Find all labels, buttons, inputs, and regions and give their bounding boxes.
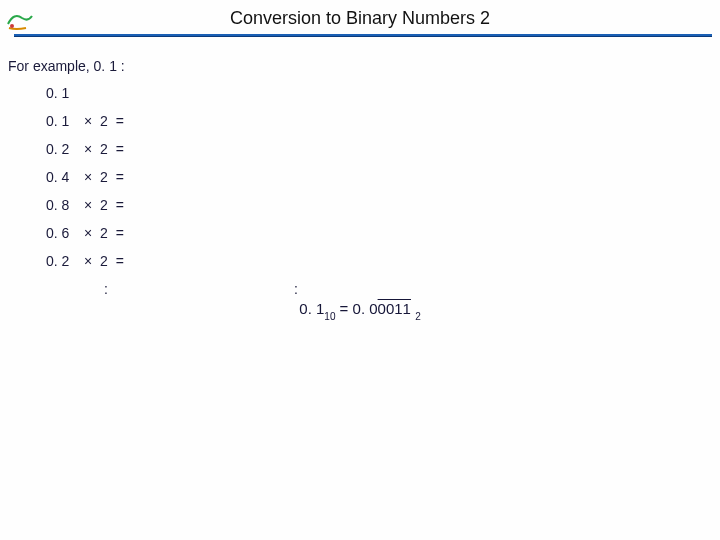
step-value: 0. 1 xyxy=(46,86,74,100)
step-lhs: 0. 4 xyxy=(46,170,74,184)
step-row: 0. 2 × 2 = xyxy=(46,254,298,268)
step-eq: = xyxy=(112,254,124,268)
step-row: 0. 8 × 2 = xyxy=(46,198,298,212)
title-underline xyxy=(14,34,712,37)
step-row: 0. 1 × 2 = xyxy=(46,114,298,128)
step-mult: 2 xyxy=(100,170,108,184)
step-op: × xyxy=(78,254,96,268)
result-lhs: 0. 1 xyxy=(299,300,324,317)
step-op: × xyxy=(78,114,96,128)
step-lhs: 0. 6 xyxy=(46,226,74,240)
step-eq: = xyxy=(112,170,124,184)
step-mult: 2 xyxy=(100,226,108,240)
ellipsis-left: : xyxy=(46,282,108,296)
step-mult: 2 xyxy=(100,142,108,156)
step-op: × xyxy=(78,142,96,156)
step-op: × xyxy=(78,226,96,240)
conversion-steps: 0. 1 0. 1 × 2 = 0. 2 × 2 = 0. 4 × 2 = 0.… xyxy=(46,86,298,310)
result-rhs-repeat: 0011 xyxy=(378,300,411,317)
step-mult: 2 xyxy=(100,198,108,212)
initial-value: 0. 1 xyxy=(46,86,298,100)
result-eq: = xyxy=(335,300,352,317)
ellipsis-row: : : xyxy=(46,282,298,296)
slide-title: Conversion to Binary Numbers 2 xyxy=(0,8,720,29)
step-op: × xyxy=(78,198,96,212)
result-lhs-base: 10 xyxy=(324,311,335,322)
step-lhs: 0. 2 xyxy=(46,254,74,268)
step-row: 0. 4 × 2 = xyxy=(46,170,298,184)
step-eq: = xyxy=(112,114,124,128)
step-mult: 2 xyxy=(100,254,108,268)
step-eq: = xyxy=(112,226,124,240)
step-eq: = xyxy=(112,198,124,212)
example-intro: For example, 0. 1 : xyxy=(8,58,125,74)
step-lhs: 0. 8 xyxy=(46,198,74,212)
step-row: 0. 6 × 2 = xyxy=(46,226,298,240)
step-op: × xyxy=(78,170,96,184)
result-equation: 0. 110 = 0. 00011 2 xyxy=(0,300,720,320)
result-rhs-base: 2 xyxy=(415,311,421,322)
ellipsis-right: : xyxy=(112,282,298,296)
step-eq: = xyxy=(112,142,124,156)
step-lhs: 0. 1 xyxy=(46,114,74,128)
step-lhs: 0. 2 xyxy=(46,142,74,156)
step-mult: 2 xyxy=(100,114,108,128)
result-rhs-prefix: 0. 0 xyxy=(353,300,378,317)
step-row: 0. 2 × 2 = xyxy=(46,142,298,156)
